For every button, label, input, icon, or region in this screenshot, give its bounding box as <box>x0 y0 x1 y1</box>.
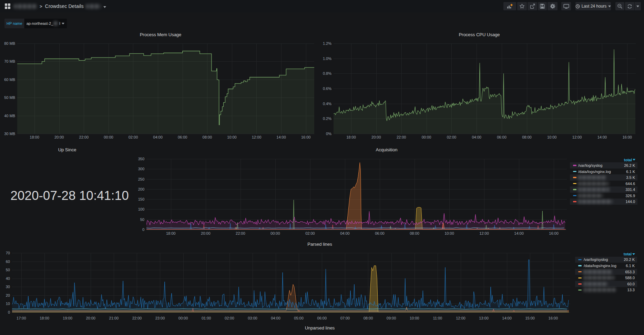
svg-text:12:00: 12:00 <box>572 135 582 139</box>
svg-text:0: 0 <box>142 227 144 232</box>
svg-text:18:00: 18:00 <box>30 135 39 139</box>
svg-text:14:00: 14:00 <box>502 316 512 320</box>
svg-text:10:00: 10:00 <box>444 231 454 235</box>
legend-row[interactable]: 588.0 <box>575 275 637 281</box>
series-color-dash[interactable] <box>573 171 576 172</box>
legend-row[interactable]: 331.4 <box>570 186 637 193</box>
series-mem-used <box>17 51 314 134</box>
legend-row[interactable]: /data/logs/nginx.log6.1 K <box>575 263 637 269</box>
svg-text:14:00: 14:00 <box>597 135 607 139</box>
series-cpu-usage <box>334 50 635 134</box>
svg-text:20:00: 20:00 <box>201 231 211 235</box>
series-acq-orange <box>146 163 566 230</box>
svg-text:12:00: 12:00 <box>252 135 262 139</box>
series-color-dash[interactable] <box>573 177 576 178</box>
series-color-dash[interactable] <box>578 290 582 291</box>
series-color-dash[interactable] <box>578 283 582 285</box>
svg-text:0.6%: 0.6% <box>323 87 331 91</box>
svg-text:0: 0 <box>8 310 10 314</box>
svg-text:0.8%: 0.8% <box>323 71 331 75</box>
svg-text:11:00: 11:00 <box>433 316 442 320</box>
svg-text:300: 300 <box>138 167 144 171</box>
legend-total-value: 653.3 <box>625 270 635 274</box>
legend-label[interactable]: /var/log/syslog <box>578 163 602 168</box>
legend-row[interactable]: 3.5 K <box>570 174 637 181</box>
svg-text:02:00: 02:00 <box>129 135 138 139</box>
svg-text:80 MB: 80 MB <box>4 41 15 45</box>
chart-mem[interactable]: 30 MB40 MB50 MB60 MB70 MB80 MB18:0020:00… <box>4 41 314 139</box>
series-parsed-syslog <box>12 260 569 312</box>
svg-text:22:00: 22:00 <box>397 135 406 139</box>
svg-text:04:00: 04:00 <box>472 135 481 139</box>
svg-text:150: 150 <box>138 197 144 201</box>
legend-total-value: 6.1 K <box>626 170 635 174</box>
legend-label[interactable]: /data/logs/nginx.log <box>578 170 611 174</box>
legend-label-redacted <box>578 194 603 197</box>
svg-text:08:00: 08:00 <box>203 135 212 139</box>
svg-text:10: 10 <box>6 302 10 306</box>
series-color-dash[interactable] <box>578 277 582 279</box>
svg-text:10:00: 10:00 <box>410 316 419 320</box>
legend-row[interactable]: 13.3 <box>575 287 637 293</box>
legend-row[interactable]: /var/log/syslog26.2 K <box>570 162 637 169</box>
legend-total-value: 144.0 <box>625 200 635 204</box>
svg-text:08:00: 08:00 <box>410 231 419 235</box>
svg-text:0%: 0% <box>326 132 331 136</box>
svg-text:18:00: 18:00 <box>346 135 356 139</box>
legend-label[interactable]: /data/logs/nginx.log <box>584 264 616 268</box>
series-color-dash[interactable] <box>578 271 582 273</box>
series-color-dash[interactable] <box>573 165 576 166</box>
svg-text:60: 60 <box>6 260 10 264</box>
svg-text:15:00: 15:00 <box>525 316 535 320</box>
series-color-dash[interactable] <box>573 195 576 196</box>
svg-text:1.2%: 1.2% <box>323 41 331 45</box>
series-color-dash[interactable] <box>578 265 582 266</box>
series-color-dash[interactable] <box>573 201 576 202</box>
series-color-dash[interactable] <box>578 259 582 261</box>
chart-cpu[interactable]: 0%0.2%0.4%0.6%0.8%1.0%1.2%18:0020:0022:0… <box>323 41 636 139</box>
legend-label-redacted <box>578 176 606 179</box>
svg-text:21:00: 21:00 <box>109 316 119 320</box>
legend-total-value: 26.2 K <box>624 163 635 168</box>
legend-total-value: 588.0 <box>625 276 635 280</box>
chart-acquisition[interactable]: 05010015020025030035018:0020:0022:0000:0… <box>138 157 567 235</box>
legend-row[interactable]: 326.9 <box>570 193 637 199</box>
svg-text:350: 350 <box>138 157 144 161</box>
svg-text:18:00: 18:00 <box>166 231 176 235</box>
svg-text:30: 30 <box>6 285 10 289</box>
svg-text:60 MB: 60 MB <box>4 78 15 82</box>
svg-text:20:00: 20:00 <box>86 316 95 320</box>
legend-row[interactable]: 644.6 <box>570 181 637 187</box>
svg-text:50: 50 <box>140 217 144 222</box>
svg-text:06:00: 06:00 <box>375 231 385 235</box>
svg-text:50: 50 <box>6 268 10 272</box>
chart-parsed[interactable]: 01020304050607017:0018:0019:0020:0021:00… <box>6 251 570 320</box>
svg-text:14:00: 14:00 <box>514 231 524 235</box>
svg-text:16:00: 16:00 <box>549 316 558 320</box>
svg-text:40 MB: 40 MB <box>4 114 15 118</box>
series-color-dash[interactable] <box>573 189 576 190</box>
svg-text:40: 40 <box>6 276 10 281</box>
svg-text:12:00: 12:00 <box>479 231 489 235</box>
svg-text:09:00: 09:00 <box>387 316 396 320</box>
svg-text:08:00: 08:00 <box>522 135 532 139</box>
legend-row[interactable]: /data/logs/nginx.log6.1 K <box>570 169 637 175</box>
svg-text:200: 200 <box>138 187 144 191</box>
legend-label-redacted <box>578 182 609 185</box>
legend-sort-total[interactable]: total <box>570 157 635 163</box>
svg-text:1.0%: 1.0% <box>323 57 331 61</box>
svg-text:13:00: 13:00 <box>479 316 489 320</box>
legend-total-value: 644.6 <box>625 182 635 186</box>
legend-sort-total[interactable]: total <box>575 251 635 257</box>
legend-row[interactable]: 144.0 <box>570 199 637 205</box>
legend-row[interactable]: 60.0 <box>575 281 637 287</box>
series-color-dash[interactable] <box>573 183 576 184</box>
legend-label-redacted <box>584 288 616 292</box>
svg-text:04:00: 04:00 <box>271 316 280 320</box>
legend-row[interactable]: 653.3 <box>575 269 637 275</box>
legend-label[interactable]: /var/log/syslog <box>584 257 608 262</box>
svg-text:30 MB: 30 MB <box>4 132 15 136</box>
svg-text:20:00: 20:00 <box>371 135 381 139</box>
svg-text:02:00: 02:00 <box>225 316 234 320</box>
legend-row[interactable]: /var/log/syslog20.2 K <box>575 257 637 263</box>
